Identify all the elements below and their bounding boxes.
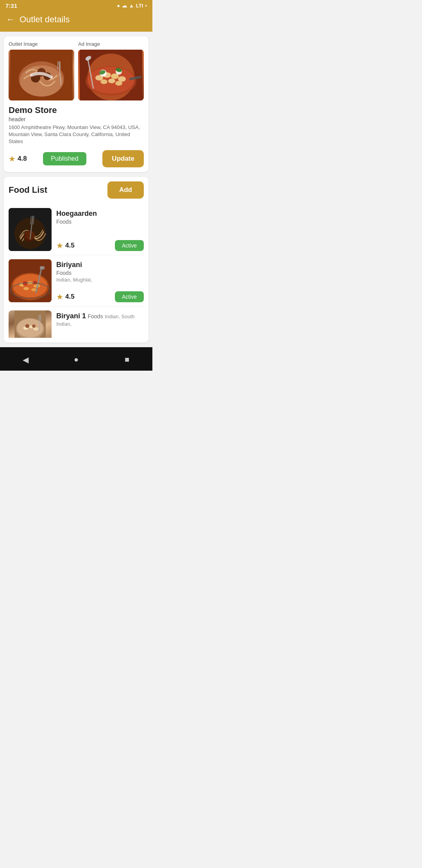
biriyani-info: Biriyani Foods Indian, Mughlai, ★ 4.5 Ac… — [56, 259, 144, 302]
back-button[interactable]: ← — [6, 14, 15, 25]
store-name: Demo Store — [9, 105, 144, 115]
outlet-image[interactable] — [9, 50, 74, 100]
ad-image-block: Ad Image — [78, 41, 144, 100]
main-content: Outlet Image — [0, 32, 152, 347]
biriyani-thumb[interactable] — [9, 259, 52, 302]
food-list-header: Food List Add — [9, 181, 144, 199]
biryani1-info: Biryani 1 Foods Indian, South Indian, — [56, 310, 144, 338]
hoegaarden-bottom: ★ 4.5 Active — [56, 240, 144, 251]
svg-point-40 — [23, 287, 29, 290]
biriyani-category: Foods — [56, 270, 144, 276]
images-row: Outlet Image — [9, 41, 144, 100]
svg-point-54 — [32, 324, 36, 328]
nav-bar: ◀ ● ■ — [0, 347, 152, 371]
battery-icon: ▪ — [145, 3, 147, 9]
svg-point-18 — [108, 79, 115, 83]
notification-icon: ● — [117, 3, 120, 9]
hoegaarden-category: Foods — [56, 219, 144, 225]
hoegaarden-name: Hoegaarden — [56, 210, 144, 218]
app-header: ← Outlet details — [0, 11, 152, 32]
nav-recents-button[interactable]: ■ — [120, 353, 134, 367]
card-bottom-row: ★ 4.8 Published Update — [9, 150, 144, 167]
svg-point-53 — [25, 324, 29, 328]
hoegaarden-rating: ★ 4.5 — [56, 241, 75, 250]
svg-point-17 — [100, 79, 107, 84]
biryani1-name: Biryani 1 — [56, 312, 86, 320]
hoegaarden-status[interactable]: Active — [115, 240, 144, 251]
biryani1-svg — [9, 310, 52, 338]
biriyani-name: Biriyani — [56, 261, 144, 269]
page-title: Outlet details — [20, 14, 70, 25]
hoegaarden-rating-val: 4.5 — [65, 242, 75, 249]
signal-icon: LTI — [136, 3, 143, 9]
biriyani-star: ★ — [56, 292, 63, 301]
rating-block: ★ 4.8 — [9, 154, 27, 163]
update-button[interactable]: Update — [102, 150, 144, 167]
hoegaarden-svg — [9, 208, 52, 251]
published-badge[interactable]: Published — [43, 152, 86, 165]
store-sub-header: header — [9, 116, 144, 122]
outlet-card: Outlet Image — [4, 36, 148, 172]
svg-rect-45 — [40, 266, 45, 269]
store-address: 1600 Amphitheatre Pkwy, Mountain View, C… — [9, 124, 144, 145]
ad-svg — [78, 50, 144, 100]
biryani1-category: Foods — [88, 313, 103, 319]
food-item-biriyani: Biriyani Foods Indian, Mughlai, ★ 4.5 Ac… — [9, 255, 144, 307]
add-food-button[interactable]: Add — [107, 181, 144, 199]
biriyani-rating-val: 4.5 — [65, 293, 75, 301]
nav-home-button[interactable]: ● — [69, 353, 83, 367]
food-item-biryani1: Biryani 1 Foods Indian, South Indian, — [9, 307, 144, 338]
food-list-title: Food List — [9, 185, 47, 195]
hoegaarden-info: Hoegaarden Foods ★ 4.5 Active — [56, 208, 144, 251]
svg-point-16 — [118, 76, 126, 82]
biriyani-status[interactable]: Active — [115, 291, 144, 302]
outlet-image-block: Outlet Image — [9, 41, 74, 100]
status-time: 7:31 — [5, 2, 17, 9]
status-bar: 7:31 ● ☁ ▲ LTI ▪ — [0, 0, 152, 11]
biriyani-rating: ★ 4.5 — [56, 292, 75, 301]
svg-point-19 — [115, 81, 122, 86]
wifi-icon: ▲ — [129, 3, 134, 9]
nav-back-button[interactable]: ◀ — [18, 353, 32, 367]
outlet-rating: 4.8 — [18, 155, 27, 163]
biriyani-subcategory: Indian, Mughlai, — [56, 277, 144, 283]
svg-point-36 — [13, 274, 47, 298]
svg-line-57 — [41, 314, 41, 321]
ad-image[interactable] — [78, 50, 144, 100]
food-item-hoegaarden: Hoegaarden Foods ★ 4.5 Active — [9, 204, 144, 255]
outlet-svg — [9, 50, 74, 100]
svg-line-56 — [39, 314, 39, 321]
outlet-food-visual — [9, 50, 74, 100]
cloud-icon: ☁ — [122, 3, 127, 9]
status-icons: ● ☁ ▲ LTI ▪ — [117, 3, 147, 9]
hoegaarden-thumb[interactable] — [9, 208, 52, 251]
star-icon: ★ — [9, 154, 16, 163]
ad-food-visual — [78, 50, 144, 100]
hoegaarden-star: ★ — [56, 241, 63, 250]
biriyani-svg — [9, 259, 52, 302]
biryani1-thumb[interactable] — [9, 310, 52, 338]
outlet-image-label: Outlet Image — [9, 41, 74, 47]
ad-image-label: Ad Image — [78, 41, 144, 47]
biriyani-bottom: ★ 4.5 Active — [56, 291, 144, 302]
food-list-card: Food List Add — [4, 177, 148, 343]
